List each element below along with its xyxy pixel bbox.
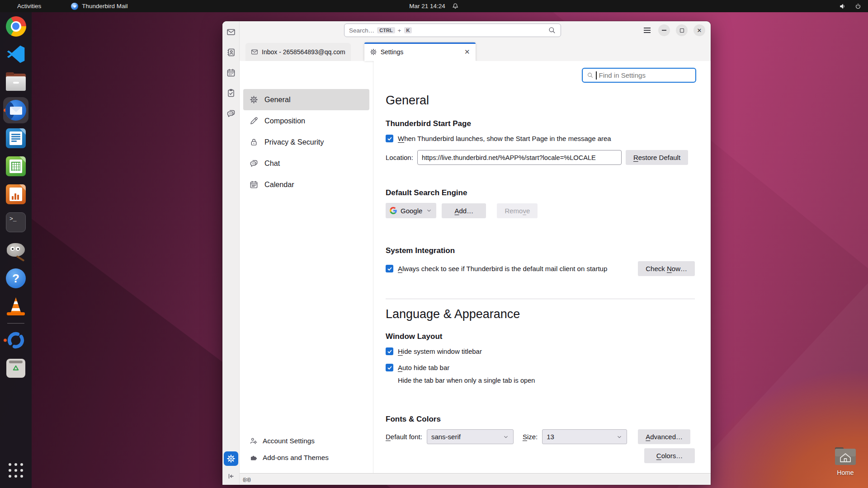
dock-terminal-icon[interactable]: >_ (3, 208, 28, 236)
search-engine-row: Google Add… Remove (386, 203, 695, 218)
notification-bell-icon (452, 3, 459, 10)
checkbox-label[interactable]: When Thunderbird launches, show the Star… (398, 135, 611, 142)
chevron-down-icon (426, 207, 432, 214)
sidebar-item-addons-themes[interactable]: Add-ons and Themes (240, 449, 373, 466)
tab-settings-label: Settings (381, 48, 404, 56)
lock-icon (250, 138, 258, 146)
chevron-down-icon (503, 434, 509, 440)
sidebar-item-label: Add-ons and Themes (263, 454, 329, 462)
checkbox-label[interactable]: Hide system window titlebar (398, 347, 482, 355)
sidebar-item-chat[interactable]: Chat (243, 153, 369, 174)
colors-button[interactable]: Colors… (644, 448, 695, 463)
shortcut-ctrl-keycap: CTRL (377, 27, 395, 33)
sidebar-item-label: Account Settings (263, 437, 315, 445)
dock-vlc-icon[interactable] (3, 292, 28, 320)
sidebar-item-account-settings[interactable]: Account Settings (240, 432, 373, 449)
checkbox-label[interactable]: Auto hide tab bar (398, 364, 449, 371)
checkbox-checked[interactable] (386, 347, 393, 355)
section-language-appearance-heading: Language & Appearance (386, 307, 695, 321)
checkbox-checked[interactable] (386, 364, 393, 371)
dock-files-icon[interactable] (3, 68, 28, 96)
location-label: Location: (386, 154, 413, 161)
shortcut-k-keycap: K (404, 27, 412, 33)
sidebar-item-general[interactable]: General (243, 89, 369, 110)
font-size-value: 13 (547, 433, 554, 441)
clock-menu[interactable]: Mar 21 14:24 (409, 3, 459, 10)
running-indicator-dot (4, 339, 7, 342)
remove-engine-button: Remove (497, 203, 538, 218)
puzzle-piece-icon (250, 454, 257, 461)
space-settings-button[interactable] (224, 451, 238, 466)
find-in-settings-input[interactable]: Find in Settings (582, 68, 696, 83)
clock-text: Mar 21 14:24 (409, 3, 445, 9)
mail-tab-icon (251, 48, 258, 56)
space-tasks-button[interactable] (225, 87, 237, 99)
advanced-fonts-button[interactable]: Advanced… (638, 429, 690, 444)
radio-tower-icon[interactable]: ((o)) (243, 477, 250, 482)
home-folder-label: Home (831, 469, 860, 476)
restore-default-button[interactable]: Restore Default (626, 150, 688, 165)
pencil-icon (250, 117, 258, 125)
find-placeholder-text: Find in Settings (599, 71, 646, 79)
colors-row: Colors… (386, 448, 695, 463)
global-search-bar[interactable]: Search… CTRL + K (344, 23, 561, 37)
dock-help-icon[interactable]: ? (3, 264, 28, 292)
dock-chrome-icon[interactable] (3, 12, 28, 40)
minimize-button[interactable] (658, 24, 670, 36)
tab-settings[interactable]: Settings ✕ (364, 42, 476, 61)
dock-vscode-icon[interactable] (3, 40, 28, 68)
sidebar-item-composition[interactable]: Composition (243, 110, 369, 131)
checkbox-checked[interactable] (386, 265, 393, 272)
dock-libreoffice-writer-icon[interactable] (3, 124, 28, 152)
account-gear-icon (250, 437, 257, 445)
power-icon (854, 3, 862, 10)
sidebar-item-calendar[interactable]: Calendar (243, 174, 369, 195)
space-chat-button[interactable] (225, 108, 237, 119)
window-titlebar: Search… CTRL + K ✕ (240, 21, 711, 39)
search-icon (587, 72, 594, 79)
dock-thunderbird-icon[interactable] (3, 96, 28, 124)
dock-libreoffice-calc-icon[interactable] (3, 152, 28, 180)
tab-close-icon[interactable]: ✕ (464, 48, 470, 56)
search-engine-select[interactable]: Google (386, 203, 436, 218)
system-status-area[interactable] (839, 3, 862, 10)
spaces-collapse-button[interactable] (225, 470, 237, 482)
focused-app-menu[interactable]: Thunderbird Mail (71, 3, 127, 10)
font-size-select[interactable]: 13 (542, 429, 627, 444)
dock-app-grid-icon[interactable] (3, 456, 28, 484)
dock-gimp-icon[interactable] (3, 236, 28, 264)
close-button[interactable]: ✕ (693, 24, 705, 36)
tab-inbox-label: Inbox - 2658564893@qq.com (262, 48, 345, 56)
default-font-value: sans-serif (431, 433, 461, 441)
maximize-button[interactable] (676, 24, 688, 36)
page-title: General (386, 94, 695, 108)
home-folder-icon (834, 447, 857, 465)
desktop-home-folder[interactable]: Home (831, 447, 860, 476)
section-fonts-colors-heading: Fonts & Colors (386, 415, 695, 424)
tab-inbox[interactable]: Inbox - 2658564893@qq.com (245, 43, 351, 61)
chevron-down-icon (616, 434, 623, 440)
tabbar-description: Hide the tab bar when only a single tab … (386, 377, 695, 384)
hide-titlebar-row: Hide system window titlebar (386, 347, 695, 355)
add-engine-button[interactable]: Add… (442, 203, 486, 218)
dock-libreoffice-impress-icon[interactable] (3, 180, 28, 208)
search-placeholder: Search… (349, 27, 374, 34)
gear-icon (370, 48, 377, 56)
space-mail-button[interactable] (225, 26, 237, 38)
sidebar-item-privacy-security[interactable]: Privacy & Security (243, 131, 369, 153)
dock-software-updater-icon[interactable] (3, 326, 28, 354)
focused-app-name: Thunderbird Mail (82, 3, 127, 9)
sidebar-item-label: Chat (264, 159, 280, 168)
checkbox-checked[interactable] (386, 135, 393, 142)
space-calendar-button[interactable] (225, 67, 237, 79)
dock-trash-icon[interactable] (3, 354, 28, 382)
space-addressbook-button[interactable] (225, 47, 237, 58)
sidebar-item-label: Privacy & Security (264, 138, 324, 146)
default-font-select[interactable]: sans-serif (427, 429, 514, 444)
location-input[interactable] (417, 150, 622, 165)
app-menu-button[interactable] (644, 28, 651, 33)
check-now-button[interactable]: Check Now… (638, 261, 695, 276)
checkbox-label[interactable]: Always check to see if Thunderbird is th… (398, 265, 607, 272)
google-logo-icon (390, 207, 397, 214)
activities-button[interactable]: Activities (14, 3, 45, 9)
